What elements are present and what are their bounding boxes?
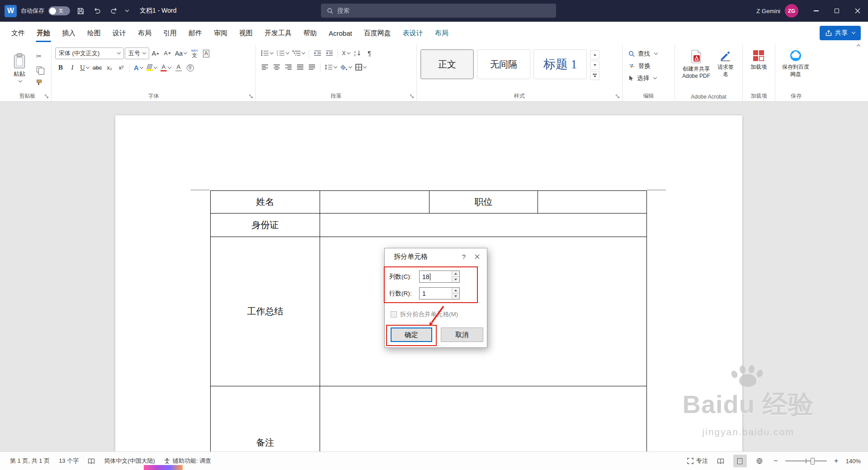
tab-help[interactable]: 帮助 xyxy=(297,22,323,44)
superscript-button[interactable]: x² xyxy=(116,62,127,73)
language-indicator[interactable]: 简体中文(中国大陆) xyxy=(104,457,155,465)
tab-developer[interactable]: 开发工具 xyxy=(259,22,297,44)
sort-button[interactable]: AZ xyxy=(352,47,363,59)
distribute-button[interactable] xyxy=(307,62,317,73)
bold-button[interactable]: B xyxy=(55,62,66,73)
cancel-button[interactable]: 取消 xyxy=(441,328,483,342)
font-size-combo[interactable]: 五号 xyxy=(125,47,149,59)
multilevel-list-button[interactable] xyxy=(291,47,306,59)
shading-button[interactable] xyxy=(339,62,353,73)
word-logo-icon[interactable]: W xyxy=(5,5,17,17)
tab-review[interactable]: 审阅 xyxy=(208,22,233,44)
font-name-combo[interactable]: 宋体 (中文正文) xyxy=(55,47,124,59)
read-mode-button[interactable] xyxy=(714,455,727,467)
borders-button[interactable] xyxy=(354,62,368,73)
zoom-slider-thumb[interactable] xyxy=(811,458,815,465)
focus-mode-button[interactable]: 专注 xyxy=(687,457,708,465)
character-shading-button[interactable]: A xyxy=(173,62,184,73)
addins-button[interactable]: 加载项 xyxy=(746,47,771,73)
rows-increment-button[interactable] xyxy=(452,288,459,294)
rows-decrement-button[interactable] xyxy=(452,294,459,299)
quick-access-chevron-icon[interactable] xyxy=(125,8,129,12)
tab-references[interactable]: 引用 xyxy=(157,22,183,44)
close-button[interactable] xyxy=(847,0,868,22)
justify-button[interactable] xyxy=(295,62,306,73)
font-color-button[interactable]: A xyxy=(159,62,172,73)
dialog-titlebar[interactable]: 拆分单元格 ? xyxy=(385,248,487,265)
minimize-button[interactable] xyxy=(806,0,826,22)
document-area[interactable]: 姓名 职位 身份证 工作总结 备注 xyxy=(0,102,868,451)
text-effects-button[interactable]: A xyxy=(132,62,144,73)
zoom-out-button[interactable]: − xyxy=(772,457,779,465)
collapse-ribbon-chevron-icon[interactable] xyxy=(857,44,860,48)
numbering-button[interactable]: 123 xyxy=(275,47,290,59)
styles-gallery-down-button[interactable] xyxy=(590,61,599,70)
line-spacing-button[interactable] xyxy=(323,62,338,73)
redo-button[interactable] xyxy=(108,5,120,17)
tab-table-design[interactable]: 表设计 xyxy=(397,22,429,44)
copy-button[interactable] xyxy=(33,63,44,75)
decrease-indent-button[interactable] xyxy=(312,47,323,59)
font-dialog-launcher[interactable] xyxy=(249,94,254,99)
tab-file[interactable]: 文件 xyxy=(5,22,31,44)
cell-name-value[interactable] xyxy=(320,191,429,214)
align-center-button[interactable] xyxy=(271,62,282,73)
tab-acrobat[interactable]: Acrobat xyxy=(323,22,358,44)
find-button[interactable]: 查找 xyxy=(626,47,671,60)
dialog-close-button[interactable] xyxy=(470,251,484,263)
cell-position-value[interactable] xyxy=(538,191,647,214)
clipboard-dialog-launcher[interactable] xyxy=(44,94,49,99)
align-left-button[interactable] xyxy=(259,62,270,73)
enclose-characters-button[interactable]: 字 xyxy=(185,62,196,73)
rows-input[interactable]: 1 xyxy=(419,287,460,299)
shrink-font-button[interactable]: A xyxy=(162,48,173,59)
undo-button[interactable] xyxy=(91,5,104,17)
proofing-button[interactable] xyxy=(88,458,95,464)
italic-button[interactable]: I xyxy=(67,62,78,73)
grow-font-button[interactable]: A xyxy=(150,48,161,59)
cell-summary-label[interactable]: 工作总结 xyxy=(211,237,320,386)
tab-mailings[interactable]: 邮件 xyxy=(183,22,208,44)
web-layout-button[interactable] xyxy=(753,455,766,467)
checkbox-box-icon[interactable] xyxy=(391,311,397,318)
cell-id-value[interactable] xyxy=(320,214,647,237)
styles-gallery-more-button[interactable] xyxy=(590,71,599,80)
cell-name-label[interactable]: 姓名 xyxy=(211,191,320,214)
format-painter-button[interactable] xyxy=(33,76,44,88)
zoom-level[interactable]: 140% xyxy=(846,458,861,465)
maximize-button[interactable] xyxy=(826,0,847,22)
tab-view[interactable]: 视图 xyxy=(233,22,259,44)
zoom-in-button[interactable]: + xyxy=(833,457,840,465)
style-no-spacing[interactable]: 无间隔 xyxy=(477,49,530,79)
merge-cells-before-split-checkbox[interactable]: 拆分前合并单元格(M) xyxy=(391,310,458,318)
dialog-help-button[interactable]: ? xyxy=(458,251,470,262)
replace-button[interactable]: 替换 xyxy=(626,60,671,72)
cut-button[interactable]: ✂ xyxy=(33,50,44,62)
asian-layout-button[interactable]: X xyxy=(340,47,351,59)
accessibility-status[interactable]: 辅助功能: 调查 xyxy=(164,457,211,465)
paste-button[interactable]: 粘贴 xyxy=(7,47,32,90)
style-normal[interactable]: 正文 xyxy=(420,49,474,79)
highlight-button[interactable] xyxy=(145,62,158,73)
tab-baidu-netdisk[interactable]: 百度网盘 xyxy=(358,22,397,44)
tab-insert[interactable]: 插入 xyxy=(56,22,81,44)
tab-layout[interactable]: 布局 xyxy=(132,22,157,44)
show-formatting-marks-button[interactable]: ¶ xyxy=(364,47,375,59)
page-indicator[interactable]: 第 1 页, 共 1 页 xyxy=(10,457,50,465)
share-button[interactable]: 共享 xyxy=(820,26,861,40)
tab-design[interactable]: 设计 xyxy=(107,22,132,44)
search-box[interactable]: 搜索 xyxy=(321,4,556,18)
save-to-baidu-netdisk-button[interactable]: 保存到百度网盘 xyxy=(779,47,812,80)
styles-gallery-up-button[interactable] xyxy=(590,50,599,59)
columns-decrement-button[interactable] xyxy=(452,277,459,282)
word-count[interactable]: 13 个字 xyxy=(59,457,79,465)
create-share-adobe-pdf-button[interactable]: 创建并共享 Adobe PDF xyxy=(679,47,714,82)
increase-indent-button[interactable] xyxy=(324,47,335,59)
cell-position-label[interactable]: 职位 xyxy=(429,191,538,214)
styles-dialog-launcher[interactable] xyxy=(615,94,620,99)
align-right-button[interactable] xyxy=(283,62,294,73)
phonetic-guide-button[interactable]: wén文 xyxy=(189,48,200,59)
underline-button[interactable]: U xyxy=(79,62,90,73)
cell-id-label[interactable]: 身份证 xyxy=(211,214,320,237)
columns-input[interactable]: 18 xyxy=(419,271,460,283)
